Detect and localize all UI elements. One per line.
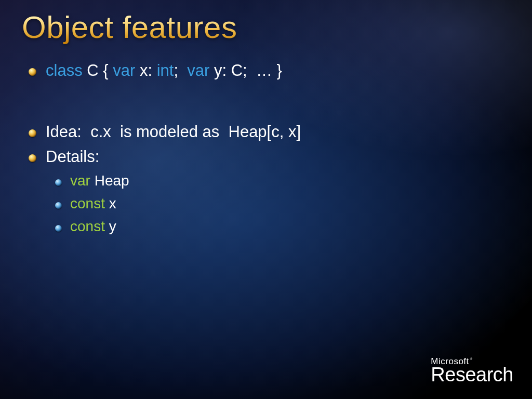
text-segment: C { — [83, 61, 113, 79]
text-segment: var — [70, 172, 90, 189]
text-segment: y: C; … } — [209, 61, 282, 79]
text-segment: x — [105, 195, 116, 211]
bullet-item: Idea: c.x is modeled as Heap[c, x] — [29, 123, 511, 141]
sub-bullet-list: var Heapconst xconst y — [55, 172, 511, 235]
slide-content: class C { var x: int; var y: C; … }Idea:… — [29, 61, 511, 241]
bullet-icon — [29, 129, 36, 137]
text-segment: Details: — [46, 148, 99, 166]
text-segment: Idea: c.x is modeled as Heap[c, x] — [46, 123, 301, 141]
text-line: const x — [70, 195, 116, 212]
microsoft-research-logo: Microsoft ® Research — [431, 357, 513, 384]
bullet-icon — [29, 154, 36, 162]
sub-bullet-icon — [55, 225, 62, 232]
bullet-item: class C { var x: int; var y: C; … } — [29, 61, 511, 80]
text-line: const y — [70, 218, 116, 235]
sub-bullet-item: const x — [55, 195, 511, 212]
text-segment: x: — [135, 61, 156, 79]
text-segment: y — [105, 218, 116, 234]
logo-division: Research — [431, 365, 513, 384]
text-segment: var — [187, 61, 209, 79]
text-segment: const — [70, 195, 105, 211]
bullet-item: Details: — [29, 148, 511, 166]
slide-title: Object features — [22, 9, 237, 45]
text-line: Idea: c.x is modeled as Heap[c, x] — [46, 123, 301, 141]
text-segment: const — [70, 218, 105, 234]
text-segment: Heap — [90, 172, 129, 189]
text-segment: int — [157, 61, 174, 79]
text-segment: class — [46, 61, 83, 79]
sub-bullet-item: const y — [55, 218, 511, 235]
text-line: class C { var x: int; var y: C; … } — [46, 61, 282, 80]
text-segment: ; — [174, 61, 187, 79]
text-segment: var — [113, 61, 135, 79]
text-line: var Heap — [70, 172, 129, 189]
text-line: Details: — [46, 148, 99, 166]
sub-bullet-item: var Heap — [55, 172, 511, 189]
bullet-icon — [29, 68, 36, 76]
logo-trademark: ® — [470, 357, 473, 361]
sub-bullet-icon — [55, 179, 62, 186]
sub-bullet-icon — [55, 202, 62, 209]
